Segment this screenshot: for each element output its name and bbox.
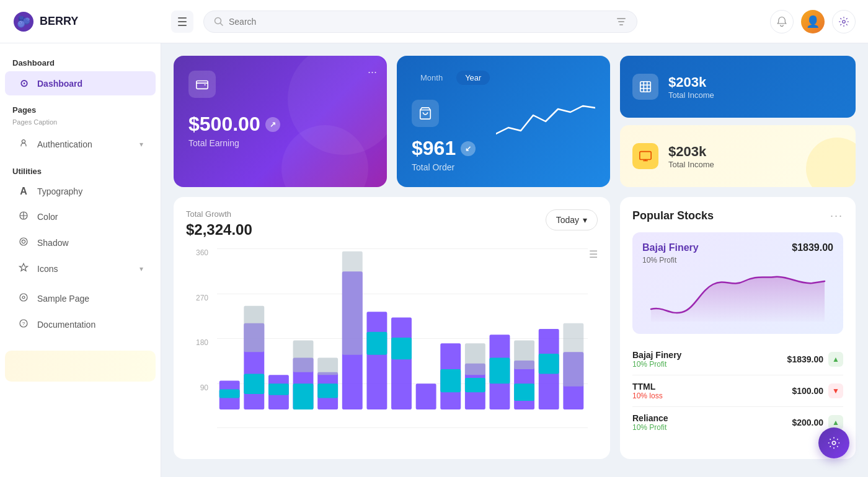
sidebar-item-label: Authentication <box>37 139 92 149</box>
sidebar-item-label: Sample Page <box>37 294 89 304</box>
svg-rect-39 <box>416 383 436 409</box>
chart-section-label: Total Growth <box>186 209 252 219</box>
card-wave-area <box>496 71 595 172</box>
shadow-icon <box>17 237 30 249</box>
sample-page-icon <box>17 292 30 305</box>
color-icon <box>17 211 30 223</box>
today-filter-button[interactable]: Today ▾ <box>546 209 598 230</box>
svg-point-7 <box>843 20 846 23</box>
bottom-row: Total Growth $2,324.00 Today ▾ ☰ 360 270 <box>174 197 856 459</box>
svg-rect-24 <box>244 306 264 352</box>
stock-profit: 10% Profit <box>632 360 787 369</box>
dropdown-arrow-icon: ▾ <box>583 215 587 225</box>
user-avatar[interactable]: 👤 <box>801 10 825 33</box>
trend-badge-down: ↙ <box>461 141 476 156</box>
svg-rect-44 <box>465 343 485 375</box>
logo-area: 🫐 BERRY <box>12 11 161 33</box>
documentation-icon: ? <box>17 318 30 331</box>
mini-icon-wrap <box>632 74 658 100</box>
filter-icon[interactable] <box>616 16 627 27</box>
stats-row: ··· $500.00 ↗ Total Earning Month Year <box>174 56 856 187</box>
stock-name: Reliance <box>632 413 792 423</box>
mini-amount-yellow: $203k <box>668 144 843 160</box>
svg-rect-35 <box>366 312 387 409</box>
search-icon <box>214 17 224 27</box>
svg-point-13 <box>22 296 25 299</box>
hamburger-line <box>178 25 187 26</box>
sidebar-section-pages: Pages Pages Caption Authentication ▾ <box>0 100 161 157</box>
sidebar-item-dashboard[interactable]: ⊙ Dashboard <box>5 71 156 95</box>
mini-label: Total Income <box>668 90 843 100</box>
svg-rect-53 <box>563 323 583 387</box>
y-label: 90 <box>186 383 213 392</box>
card-icon-wrap <box>188 71 216 98</box>
svg-point-54 <box>832 441 836 445</box>
svg-rect-36 <box>366 332 387 355</box>
svg-point-8 <box>22 140 25 143</box>
svg-text:?: ? <box>22 321 25 326</box>
sidebar-item-icons[interactable]: Icons ▾ <box>5 256 156 281</box>
featured-stock-chart <box>642 272 833 322</box>
main-content: ··· $500.00 ↗ Total Earning Month Year <box>161 43 868 477</box>
today-label: Today <box>556 215 579 225</box>
chart-area: ☰ 360 270 180 90 <box>186 248 598 447</box>
card-more-button[interactable]: ··· <box>368 66 377 79</box>
sidebar-section-other: Sample Page ? Documentation <box>0 286 161 337</box>
search-input[interactable] <box>229 17 611 27</box>
sidebar-item-label: Dashboard <box>37 79 82 89</box>
svg-rect-31 <box>317 383 338 398</box>
stock-price: $200.00 <box>792 418 823 427</box>
chart-menu-icon[interactable]: ☰ <box>589 248 598 260</box>
section-title-dashboard: Dashboard <box>0 53 161 70</box>
mini-icon-wrap-yellow <box>632 143 658 169</box>
sidebar-item-color[interactable]: Color <box>5 204 156 229</box>
chart-total: $2,324.00 <box>186 221 252 239</box>
sidebar-item-label: Color <box>37 212 58 222</box>
sidebar-item-sample-page[interactable]: Sample Page <box>5 286 156 311</box>
sidebar-item-documentation[interactable]: ? Documentation <box>5 312 156 337</box>
svg-rect-48 <box>514 383 534 401</box>
hamburger-line <box>178 17 187 19</box>
mini-text-blue: $203k Total Income <box>668 74 843 100</box>
chart-header: Total Growth $2,324.00 Today ▾ <box>186 209 598 239</box>
header-right: 👤 <box>770 10 856 33</box>
stocks-more-button[interactable]: ··· <box>830 209 843 222</box>
svg-rect-41 <box>440 369 461 392</box>
stocks-header: Popular Stocks ··· <box>632 209 843 222</box>
stocks-title: Popular Stocks <box>632 209 714 222</box>
svg-rect-46 <box>490 357 510 383</box>
card2-label: Total Order <box>412 162 496 172</box>
stock-price: $100.00 <box>792 386 823 396</box>
sidebar-item-typography[interactable]: A Typography <box>5 180 156 203</box>
notification-button[interactable] <box>770 10 794 33</box>
stock-info: Reliance 10% Profit <box>632 413 792 432</box>
hamburger-button[interactable] <box>171 11 193 33</box>
section-title-utilities: Utilities <box>0 162 161 178</box>
svg-rect-21 <box>219 390 240 398</box>
sidebar-item-shadow[interactable]: Shadow <box>5 230 156 255</box>
trend-up-icon: ▲ <box>828 352 843 367</box>
sidebar: Dashboard ⊙ Dashboard Pages Pages Captio… <box>0 43 161 477</box>
svg-rect-37 <box>391 317 412 409</box>
total-order-card: Month Year $961 ↙ Total Order <box>397 56 610 187</box>
total-earning-card: ··· $500.00 ↗ Total Earning <box>174 56 387 187</box>
svg-rect-38 <box>391 338 412 359</box>
year-toggle-button[interactable]: Year <box>456 71 490 85</box>
chart-y-labels: 360 270 180 90 <box>186 248 213 428</box>
svg-rect-19 <box>640 152 651 160</box>
settings-button[interactable] <box>832 10 856 33</box>
svg-rect-6 <box>619 24 623 25</box>
y-label: 270 <box>186 294 213 302</box>
sidebar-item-authentication[interactable]: Authentication ▾ <box>5 132 156 157</box>
month-toggle-button[interactable]: Month <box>412 71 451 85</box>
featured-stock-name: Bajaj Finery <box>642 242 699 253</box>
featured-stock-price: $1839.00 <box>792 242 833 253</box>
svg-rect-51 <box>539 354 559 374</box>
search-bar <box>203 11 637 33</box>
svg-rect-29 <box>293 341 314 372</box>
fab-settings-button[interactable] <box>818 427 849 458</box>
svg-rect-4 <box>617 18 626 19</box>
sidebar-item-label: Icons <box>37 264 58 274</box>
wallet-icon <box>195 77 209 91</box>
chart-title-area: Total Growth $2,324.00 <box>186 209 252 239</box>
